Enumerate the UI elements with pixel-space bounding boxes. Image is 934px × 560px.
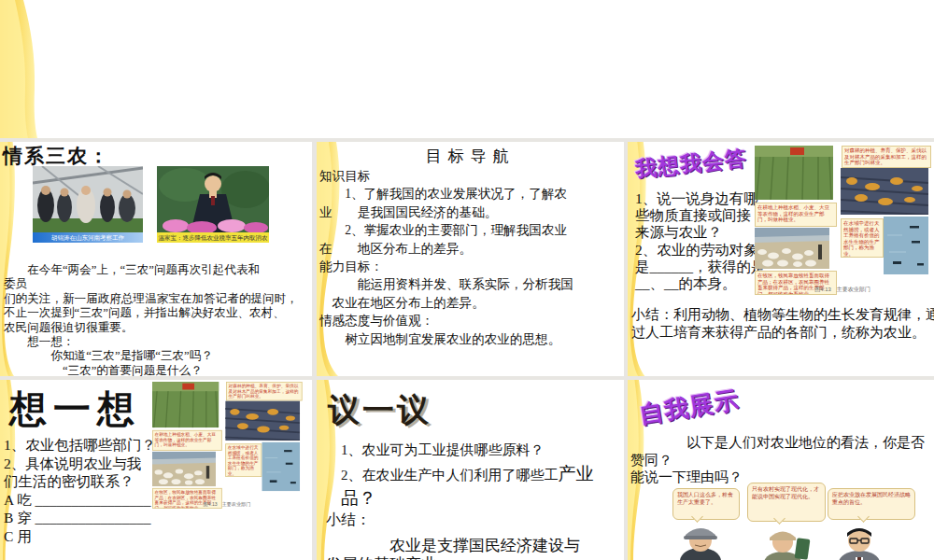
slide2-body-text: 知识目标 1、了解我国的农业发展状况了，了解农 业 是我国国民经济的基础。 2、… — [319, 167, 622, 348]
slide-sorter-canvas: 情系三农： 胡锦涛在山东河南考察工作 — [0, 0, 934, 560]
slide4-questions: 1、农业包括哪些部门？ 2、具体说明农业与我 们生活的密切联系？ A 吃 ___… — [4, 436, 153, 560]
slide5-title-wordart: 议一议 — [328, 389, 432, 432]
caption-forestry: 对森林的种植、养育、保护、采伐以及对林木产品的采集和加工，这样的生产部门叫林业。 — [842, 146, 931, 168]
slide3-title-wordart: 我想我会答 — [634, 144, 749, 184]
caption-forestry: 对森林的种植、养育、保护、采伐以及对林木产品的采集和加工，这样的生产部门叫林业。 — [226, 382, 303, 400]
photo-forest-aerial — [841, 168, 928, 215]
photo-sheep-flock — [152, 452, 216, 486]
slide6-title-wordart: 自我展示 — [637, 384, 742, 431]
speech-bubble-worker: 只有农村实现了现代化，才能说中国实现了现代化。 — [747, 483, 826, 522]
slide-3-i-can-answer[interactable]: 我想我会答 1、说一说身边有哪 些物质直接或间接 来源与农业？ 2、农业的劳动对… — [628, 142, 934, 376]
photo-sheep-flock — [755, 228, 829, 269]
photo-caption: 温家宝：逐步降低农业税率五年内取消农业税 — [157, 232, 269, 243]
caption-planting: 在耕地上种植水稻、小麦、大豆等农作物，这样的农业生产部门，叫做种植业。 — [152, 430, 222, 451]
slide-2-objectives[interactable]: 目标导航 知识目标 1、了解我国的农业发展状况了，了解农 业 是我国国民经济的基… — [317, 142, 624, 376]
slide5-question-2: 2、在农业生产中人们利用了哪些工产业品？ — [341, 462, 624, 511]
slide-5-discuss[interactable]: 议一议 1、农业可为工业提供哪些原料？ 2、在农业生产中人们利用了哪些工产业品？… — [317, 380, 624, 560]
slide6-body-text: 以下是人们对农业地位的看法，你是否 赞同？ 能说一下理由吗？ — [630, 434, 931, 486]
ribbon-decoration — [0, 0, 39, 138]
cartoon-farmer — [676, 520, 725, 560]
cartoon-official — [835, 524, 884, 560]
slide-partial-top[interactable] — [0, 0, 934, 138]
photo-forest-aerial — [225, 400, 300, 441]
slide3-summary: 小结：利用动物、植物等生物的生长发育规律，通 过人工培育来获得产品的各部门，统称… — [631, 306, 932, 342]
photo-cropland — [152, 382, 219, 427]
slide2-title: 目标导航 — [317, 146, 624, 167]
agriculture-sectors-collage: 在耕地上种植水稻、小麦、大豆等农作物，这样的农业生产部门，叫做种植业。 对森林的… — [152, 382, 302, 511]
caption-fishery: 在水域中进行天然捕捞，或者人工养殖有价值的水生生物的生产部门，称为渔业。 — [225, 443, 262, 477]
photo-cropland — [755, 146, 833, 200]
figure-caption: 图4.13 主要农业部门 — [152, 501, 302, 509]
speech-bubble-farmer: 我国人口这么多，粮食生产太重要了。 — [672, 488, 740, 520]
figure-caption: 图4.13 主要农业部门 — [755, 286, 930, 294]
slide5-question-1: 1、农业可为工业提供哪些原料？ — [341, 441, 545, 459]
speech-bubble-official: 应把农业放在发展国民经济战略重点的首位。 — [828, 488, 915, 520]
photo-sea-fishery — [262, 442, 300, 492]
caption-planting: 在耕地上种植水稻、小麦、大豆等农作物，这样的农业生产部门，叫做种植业。 — [755, 203, 837, 227]
caption-fishery: 在水域中进行天然捕捞，或者人工养殖有价值的水生生物的生产部门，称为渔业。 — [841, 218, 884, 258]
slide-4-think[interactable]: 想一想 1、农业包括哪些部门？ 2、具体说明农业与我 们生活的密切联系？ A 吃… — [0, 380, 312, 560]
photo-sea-fishery — [884, 217, 928, 274]
agriculture-sectors-collage: 在耕地上种植水稻、小麦、大豆等农作物，这样的农业生产部门，叫做种植业。 对森林的… — [755, 146, 930, 297]
slide-6-self-show[interactable]: 自我展示 以下是人们对农业地位的看法，你是否 赞同？ 能说一下理由吗？ 我国人口… — [628, 380, 934, 560]
photo-wen-jiabao: 温家宝：逐步降低农业税率五年内取消农业税 — [157, 166, 269, 243]
slide4-title: 想一想 — [9, 384, 141, 435]
slide-1-sannong[interactable]: 情系三农： 胡锦涛在山东河南考察工作 — [0, 142, 312, 376]
slide5-summary-label: 小结： — [326, 511, 371, 530]
photo-caption: 胡锦涛在山东河南考察工作 — [33, 232, 143, 243]
slide1-body-text: 在今年“两会”上，“三农”问题再次引起代表和 委员 们的关注，新一届政府总理温家… — [4, 263, 310, 376]
photo-greenhouse-visit: 胡锦涛在山东河南考察工作 — [33, 166, 143, 243]
slide5-summary-line2: 发展的基础产业 — [326, 553, 437, 560]
cartoon-worker — [758, 525, 811, 560]
slide1-title: 情系三农： — [3, 143, 110, 169]
